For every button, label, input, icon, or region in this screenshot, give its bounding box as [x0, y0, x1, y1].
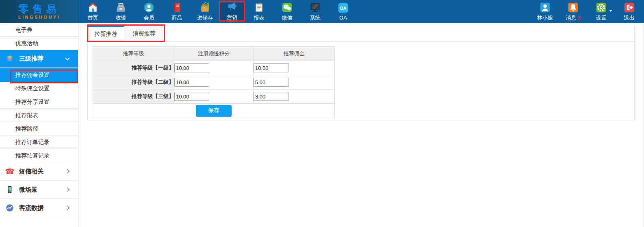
sidebar-item-referral-settlement-records[interactable]: 推荐结算记录 [0, 149, 78, 162]
nav-label: 会员 [144, 14, 154, 22]
nav-item-oa[interactable]: OA OA [329, 0, 357, 23]
nav-item-member[interactable]: 会员 [135, 0, 163, 23]
nav-label: 设置 [596, 14, 607, 22]
commission-input-level-2[interactable] [254, 78, 288, 87]
cell-register-points [174, 89, 254, 104]
logout-icon [624, 2, 635, 13]
sidebar-menu: 电子券 优惠活动 三级推荐 推荐佣金设置 特殊佣金设置 推荐分享设置 推荐报表 … [0, 23, 78, 227]
tab-consumption-referral[interactable]: 消费推荐 [124, 26, 164, 41]
cash-register-icon [115, 2, 126, 13]
mobile-phone-icon [5, 186, 14, 194]
nav-label: 退出 [624, 14, 635, 22]
column-header-level: 推荐等级 [93, 47, 174, 61]
main-nav: 首页 收银 会员 商品 进销存 营销 [79, 0, 357, 23]
sidebar-item-referral-path[interactable]: 推荐路径 [0, 122, 78, 135]
nav-label: OA [339, 15, 347, 21]
sidebar-item-referral-report[interactable]: 推荐报表 [0, 109, 78, 122]
nav-label: 首页 [88, 14, 98, 22]
nav-label: 报表 [254, 14, 265, 22]
table-row: 推荐等级【二级】 [93, 75, 335, 89]
chevron-right-icon [65, 205, 69, 210]
nav-label: 进销存 [197, 14, 213, 22]
table-row: 推荐等级【三级】 [93, 89, 335, 104]
settings-gear-icon [596, 2, 607, 13]
row-label-level-3: 推荐等级【三级】 [93, 89, 174, 104]
nav-item-home[interactable]: 首页 [79, 0, 107, 23]
user-nav: 林小姐 消息2 设置 退出 [531, 0, 644, 23]
register-points-input-level-3[interactable] [174, 92, 209, 101]
commission-input-level-3[interactable] [254, 92, 288, 101]
nav-item-logout[interactable]: 退出 [615, 0, 643, 23]
nav-label: 收银 [116, 14, 126, 22]
sidebar-item-promotions[interactable]: 优惠活动 [0, 37, 78, 50]
register-points-input-level-1[interactable] [174, 63, 209, 72]
sidebar-group-label: 三级推荐 [19, 55, 43, 63]
sidebar-group-sms[interactable]: ☎ 短信相关 [0, 162, 78, 181]
member-person-icon [143, 2, 154, 13]
chevron-right-icon [65, 187, 69, 192]
nav-item-user-profile[interactable]: 林小姐 [531, 0, 559, 23]
sidebar-item-e-coupon[interactable]: 电子券 [0, 23, 78, 37]
sidebar-group-micro-scene[interactable]: 微场景 [0, 181, 78, 199]
nav-item-cashier[interactable]: 收银 [107, 0, 135, 23]
table-header-row: 推荐等级 注册赠送积分 推荐佣金 [93, 47, 335, 61]
sidebar-item-special-commission-settings[interactable]: 特殊佣金设置 [0, 82, 78, 95]
layers-icon [5, 55, 14, 63]
top-navigation-bar: 零售易 LINGSHOUYI 首页 收银 会员 商品 进销存 [0, 0, 644, 23]
cell-register-points [174, 61, 254, 75]
table-row: 推荐等级【一级】 [93, 61, 335, 75]
save-button[interactable]: 保存 [196, 105, 232, 117]
sidebar-item-referral-share-settings[interactable]: 推荐分享设置 [0, 95, 78, 109]
cell-register-points [174, 75, 254, 89]
table-footer-row: 保存 [93, 104, 335, 118]
nav-label: 商品 [172, 14, 182, 22]
messages-label: 消息 [566, 14, 576, 22]
user-avatar-icon [540, 2, 551, 13]
nav-label: 营销 [227, 14, 237, 21]
app-logo[interactable]: 零售易 LINGSHOUYI [0, 0, 79, 23]
marketing-megaphone-icon [227, 2, 238, 13]
logo-title: 零售易 [19, 4, 60, 14]
user-name: 林小姐 [537, 14, 553, 22]
nav-item-messages[interactable]: 消息2 [559, 0, 587, 23]
cell-commission [254, 61, 335, 75]
commission-settings-table-wrap: 推荐等级 注册赠送积分 推荐佣金 推荐等级【一级】 推荐等级【二级】 推荐等级【… [93, 46, 634, 118]
nav-item-inventory[interactable]: 进销存 [191, 0, 219, 23]
chevron-down-icon [609, 10, 612, 12]
cell-commission [254, 75, 335, 89]
nav-item-settings[interactable]: 设置 [587, 0, 615, 23]
inventory-box-icon [199, 2, 210, 13]
sidebar-group-three-level-referral[interactable]: 三级推荐 [0, 50, 78, 68]
nav-item-product[interactable]: 商品 [163, 0, 191, 23]
app-window: 零售易 LINGSHOUYI 首页 收银 会员 商品 进销存 [0, 0, 644, 227]
traffic-analytics-icon [5, 204, 14, 212]
nav-label: 消息2 [566, 14, 580, 22]
tab-new-user-referral[interactable]: 拉新推荐 [88, 26, 124, 41]
nav-item-system[interactable]: 系统 [301, 0, 329, 23]
sidebar-group-customer-traffic[interactable]: 客流数据 [0, 199, 78, 217]
content-panel: 拉新推荐 消费推荐 推荐等级 注册赠送积分 推荐佣金 推荐等级【一级】 推荐等级… [87, 26, 635, 120]
save-cell: 保存 [93, 104, 335, 118]
oa-icon: OA [338, 2, 349, 13]
message-bell-icon [568, 2, 579, 13]
nav-item-marketing[interactable]: 营销 [219, 1, 245, 22]
register-points-input-level-2[interactable] [174, 78, 209, 87]
logo-subtitle: LINGSHOUYI [18, 15, 60, 20]
sidebar-item-referral-commission-settings[interactable]: 推荐佣金设置 [0, 68, 78, 82]
row-label-level-2: 推荐等级【二级】 [93, 75, 174, 89]
system-monitor-icon [310, 2, 321, 13]
nav-item-reports[interactable]: 报表 [245, 0, 273, 23]
phone-icon: ☎ [5, 167, 14, 176]
chevron-down-icon [65, 56, 69, 60]
sidebar-item-referral-order-records[interactable]: 推荐订单记录 [0, 135, 78, 149]
house-icon [87, 2, 98, 13]
commission-settings-table: 推荐等级 注册赠送积分 推荐佣金 推荐等级【一级】 推荐等级【二级】 推荐等级【… [93, 46, 335, 118]
product-book-icon [171, 2, 182, 13]
column-header-register-points: 注册赠送积分 [174, 47, 254, 61]
nav-item-wechat[interactable]: 微信 [273, 0, 301, 23]
sidebar-group-label: 客流数据 [19, 204, 43, 212]
commission-input-level-1[interactable] [254, 63, 288, 72]
column-header-commission: 推荐佣金 [254, 47, 335, 61]
sidebar-group-label: 短信相关 [19, 168, 43, 175]
chevron-right-icon [65, 169, 69, 173]
